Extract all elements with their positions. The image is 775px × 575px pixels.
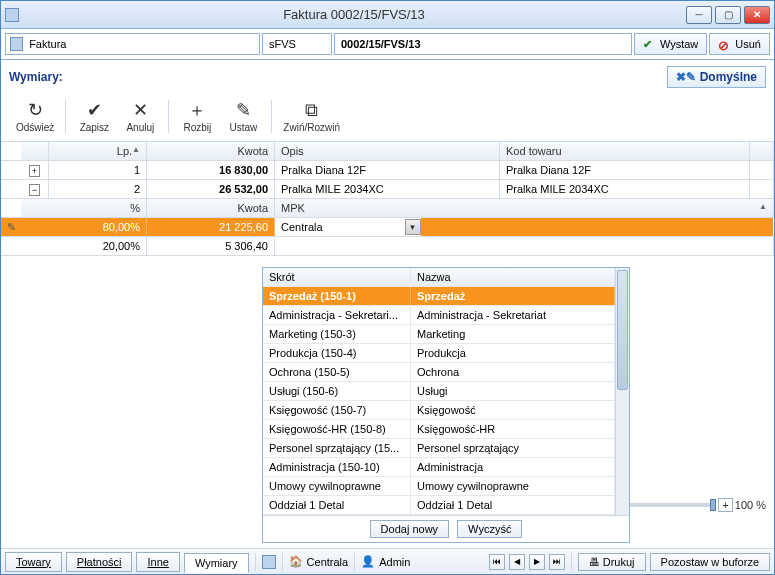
tab-platnosci[interactable]: Płatności xyxy=(66,552,133,572)
mpk-value xyxy=(275,237,774,255)
dd-item-nazwa: Administracja - Sekretariat xyxy=(411,306,615,324)
dropdown-toggle[interactable]: ▼ xyxy=(405,219,421,235)
set-label: Ustaw xyxy=(229,122,257,133)
dropdown-item[interactable]: Administracja - Sekretari...Administracj… xyxy=(263,306,615,325)
dropdown-item[interactable]: Marketing (150-3)Marketing xyxy=(263,325,615,344)
nav-next-button[interactable]: ▶ xyxy=(529,554,545,570)
cell-pct: 80,00% xyxy=(21,218,147,236)
dropdown-item[interactable]: Ochrona (150-5)Ochrona xyxy=(263,363,615,382)
series-field[interactable] xyxy=(262,33,332,55)
dd-item-skrot: Usługi (150-6) xyxy=(263,382,411,400)
dropdown-item[interactable]: Oddział 1 DetalOddział 1 Detal xyxy=(263,496,615,515)
x-icon: ✕ xyxy=(133,100,148,120)
series-input[interactable] xyxy=(267,37,327,51)
buffer-button[interactable]: Pozostaw w buforze xyxy=(650,553,770,571)
cancel-button[interactable]: ✕ Anuluj xyxy=(120,98,160,135)
section-title: Wymiary: xyxy=(9,70,63,84)
nav-first-button[interactable]: ⏮ xyxy=(489,554,505,570)
col-kod[interactable]: Kod towaru xyxy=(500,142,750,160)
subcol-kwota[interactable]: Kwota xyxy=(147,199,275,217)
cell-kwota: 26 532,00 xyxy=(147,180,275,198)
dropdown-item[interactable]: Księgowość-HR (150-8)Księgowość-HR xyxy=(263,420,615,439)
delete-button[interactable]: ⊘ Usuń xyxy=(709,33,770,55)
table-row[interactable]: − 2 26 532,00 Pralka MILE 2034XC Pralka … xyxy=(1,180,774,199)
dd-item-nazwa: Księgowość xyxy=(411,401,615,419)
subcol-pct[interactable]: % xyxy=(21,199,147,217)
pencil-icon: ✎ xyxy=(236,100,251,120)
doc-type-input[interactable] xyxy=(27,37,255,51)
zoom-slider[interactable] xyxy=(626,503,716,507)
dropdown-item[interactable]: Księgowość (150-7)Księgowość xyxy=(263,401,615,420)
table-row[interactable]: + 1 16 830,00 Pralka Diana 12F Pralka Di… xyxy=(1,161,774,180)
dd-col-skrot[interactable]: Skrót xyxy=(263,268,411,286)
dropdown-item[interactable]: Umowy cywilnoprawneUmowy cywilnoprawne xyxy=(263,477,615,496)
dropdown-scrollbar[interactable] xyxy=(615,268,629,515)
close-button[interactable]: ✕ xyxy=(744,6,770,24)
tab-towary[interactable]: Towary xyxy=(5,552,62,572)
collapse-button[interactable]: ⧉ Zwiń/Rozwiń xyxy=(280,98,343,135)
dropdown-header: Skrót Nazwa xyxy=(263,268,615,287)
tab-wymiary[interactable]: Wymiary xyxy=(184,553,249,573)
expand-toggle[interactable]: − xyxy=(21,180,49,198)
dd-item-skrot: Administracja (150-10) xyxy=(263,458,411,476)
cancel-label: Anuluj xyxy=(126,122,154,133)
refresh-icon: ↻ xyxy=(28,100,43,120)
number-input[interactable] xyxy=(339,37,627,51)
checkmark-icon: ✔ xyxy=(87,100,102,120)
col-opis[interactable]: Opis xyxy=(275,142,500,160)
scrollbar-thumb[interactable] xyxy=(617,270,628,390)
maximize-button[interactable]: ▢ xyxy=(715,6,741,24)
dd-item-nazwa: Księgowość-HR xyxy=(411,420,615,438)
delete-button-label: Usuń xyxy=(735,38,761,50)
subcol-mpk[interactable]: MPK▲ xyxy=(275,199,774,217)
subgrid-row[interactable]: ✎ 80,00% 21 225,60 Centrala ▼ xyxy=(1,218,774,237)
number-field[interactable] xyxy=(334,33,632,55)
org-label: Centrala xyxy=(307,556,349,568)
split-button[interactable]: ＋ Rozbij xyxy=(177,98,217,135)
dd-item-skrot: Administracja - Sekretari... xyxy=(263,306,411,324)
nav-prev-button[interactable]: ◀ xyxy=(509,554,525,570)
dropdown-item[interactable]: Personel sprzątający (15...Personel sprz… xyxy=(263,439,615,458)
mpk-dropdown: Skrót Nazwa Sprzedaż (150-1)SprzedażAdmi… xyxy=(262,267,630,543)
col-kwota[interactable]: Kwota xyxy=(147,142,275,160)
set-button[interactable]: ✎ Ustaw xyxy=(223,98,263,135)
cell-kwota: 16 830,00 xyxy=(147,161,275,179)
tab-inne[interactable]: Inne xyxy=(136,552,179,572)
dd-item-skrot: Produkcja (150-4) xyxy=(263,344,411,362)
zoom-in-button[interactable]: + xyxy=(718,498,732,512)
mpk-cell[interactable]: Centrala ▼ xyxy=(275,218,774,236)
dropdown-item[interactable]: Sprzedaż (150-1)Sprzedaż xyxy=(263,287,615,306)
dd-item-skrot: Księgowość-HR (150-8) xyxy=(263,420,411,438)
issue-button[interactable]: ✔ Wystaw xyxy=(634,33,707,55)
subgrid-row[interactable]: 20,00% 5 306,40 xyxy=(1,237,774,256)
clear-button[interactable]: Wyczyść xyxy=(457,520,522,538)
save-button[interactable]: ✔ Zapisz xyxy=(74,98,114,135)
default-button[interactable]: ✖✎ Domyślne xyxy=(667,66,766,88)
dropdown-item[interactable]: Produkcja (150-4)Produkcja xyxy=(263,344,615,363)
wrench-icon: ✖✎ xyxy=(676,70,696,84)
sort-arrow-icon: ▲ xyxy=(132,145,140,154)
dd-item-nazwa: Usługi xyxy=(411,382,615,400)
refresh-button[interactable]: ↻ Odśwież xyxy=(13,98,57,135)
col-lp[interactable]: Lp.▲ xyxy=(49,142,147,160)
dropdown-item[interactable]: Usługi (150-6)Usługi xyxy=(263,382,615,401)
dropdown-item[interactable]: Administracja (150-10)Administracja xyxy=(263,458,615,477)
document-small-icon xyxy=(262,555,276,569)
minimize-button[interactable]: ─ xyxy=(686,6,712,24)
section-header: Wymiary: ✖✎ Domyślne xyxy=(1,60,774,94)
print-label: Drukuj xyxy=(603,556,635,568)
add-new-button[interactable]: Dodaj nowy xyxy=(370,520,449,538)
print-button[interactable]: 🖶 Drukuj xyxy=(578,553,646,571)
zoom-control[interactable]: − + 100 % xyxy=(610,498,766,512)
expand-toggle[interactable]: + xyxy=(21,161,49,179)
titlebar: Faktura 0002/15/FVS/13 ─ ▢ ✕ xyxy=(1,1,774,29)
dd-col-nazwa[interactable]: Nazwa xyxy=(411,268,615,286)
check-icon: ✔ xyxy=(643,38,655,50)
document-icon xyxy=(10,37,23,51)
dd-item-nazwa: Umowy cywilnoprawne xyxy=(411,477,615,495)
issue-button-label: Wystaw xyxy=(660,38,698,50)
sort-arrow-icon: ▲ xyxy=(759,202,767,211)
nav-last-button[interactable]: ⏭ xyxy=(549,554,565,570)
data-grid: Lp.▲ Kwota Opis Kod towaru + 1 16 830,00… xyxy=(1,141,774,548)
doc-type-field[interactable] xyxy=(5,33,260,55)
